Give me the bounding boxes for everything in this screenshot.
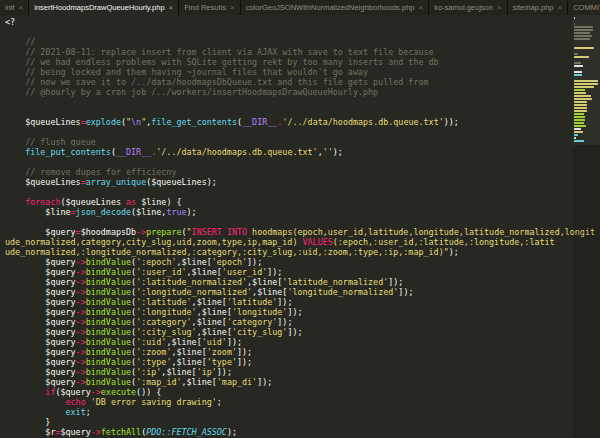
code-line: // [5,37,572,47]
code-line: ude_normalized,:longitude_normalized,:ca… [5,247,572,257]
tab-colorgeojsonwithnormalizedneighborhoods-php[interactable]: colorGeoJSONWithNormalizedNeighborhoods.… [241,0,430,15]
tab-label: Find Results [184,3,226,12]
code-line: // 2021-08-11: replace insert from clien… [5,47,572,57]
code-line: $queueLines=array_unique($queueLines); [5,177,572,187]
code-line: $query->bindValue(':zoom',$line['zoom'])… [5,347,572,357]
tab-label: insertHoodmapsDrawQueueHourly.php [34,3,164,12]
tab-find-results[interactable]: Find Results× [179,0,240,15]
code-line: $query->bindValue(':user_id',$line['user… [5,267,572,277]
code-line: if($query->execute()) { [5,387,572,397]
minimap-lines [574,17,599,142]
code-line: $query->bindValue(':uid',$line['uid']); [5,337,572,347]
code-line [5,27,572,37]
code-line: // being locked and them having ~journal… [5,67,572,77]
code-area[interactable]: <? // // 2021-08-11: replace insert from… [0,15,600,438]
tab-close-icon[interactable]: × [418,4,423,12]
code-line [5,217,572,227]
tab-close-icon[interactable]: × [169,4,174,12]
code-line [5,97,572,107]
tab-label: COMMIT_EDITMSG [573,3,600,12]
code-line: foreach($queueLines as $line) { [5,197,572,207]
code-line: // remove dupes for efficiecny [5,167,572,177]
tab-label: colorGeoJSONWithNormalizedNeighborhoods.… [246,3,415,12]
code-line: exit; [5,407,572,417]
code-line: $query->bindValue(':longitude',$line['lo… [5,307,572,317]
code-line: $query->bindValue(':epoch',$line['epoch'… [5,257,572,267]
code-line: $query->bindValue(':type',$line['type'])… [5,357,572,367]
code-line: $r=$query->fetchAll(PDO::FETCH_ASSOC); [5,427,572,437]
code-line: $query->bindValue(':ip',$line['ip']); [5,367,572,377]
editor-window: init×insertHoodmapsDrawQueueHourly.php×F… [0,0,600,438]
code-line: echo 'DB error saving drawing'; [5,397,572,407]
code-line: $query->bindValue(':longitude_normalized… [5,287,572,297]
tab-commit-editmsg[interactable]: COMMIT_EDITMSG× [568,0,600,15]
tab-sitemap-php[interactable]: sitemap.php× [508,0,569,15]
tab-label: ko-samul.geojson [434,3,493,12]
minimap[interactable] [573,15,600,438]
code-line [5,107,572,117]
code-line: file_put_contents(__DIR__.'/../data/hood… [5,147,572,157]
code-line: } [5,417,572,427]
code-line: // @hourly by a cron job /../workers/ins… [5,87,572,97]
code-line: // now we save it to /../data/hoodmapsDb… [5,77,572,87]
tab-label: init [5,3,15,12]
code-line: $queueLines=explode("\n",file_get_conten… [5,117,572,127]
code-line: $query->bindValue(':map_id',$line['map_d… [5,377,572,387]
tab-close-icon[interactable]: × [497,4,502,12]
code-line: // we had endless problems with SQLite g… [5,57,572,67]
tab-inserthoodmapsdrawqueuehourly-php[interactable]: insertHoodmapsDrawQueueHourly.php× [29,0,179,15]
tab-close-icon[interactable]: × [19,4,24,12]
code-line [5,157,572,167]
tab-close-icon[interactable]: × [557,4,562,12]
tab-bar: init×insertHoodmapsDrawQueueHourly.php×F… [0,0,600,15]
tab-ko-samul-geojson[interactable]: ko-samul.geojson× [429,0,507,15]
tab-label: sitemap.php [513,3,554,12]
code-line: ude_normalized,category,city_slug,uid,zo… [5,237,572,247]
code-line: $line=json_decode($line,true); [5,207,572,217]
code-line: <? [5,17,572,27]
code-line: $query->bindValue(':city_slug',$line['ci… [5,327,572,337]
tab-init[interactable]: init× [0,0,29,15]
code-line: $query->bindValue(':latitude',$line['lat… [5,297,572,307]
code-line: // flush queue [5,137,572,147]
code-line [5,187,572,197]
code-line [5,127,572,137]
code-line: $query=$hoodmapsDb->prepare("INSERT INTO… [5,227,572,237]
code-line: $query->bindValue(':latitude_normalized'… [5,277,572,287]
tab-close-icon[interactable]: × [230,4,235,12]
code-line: $query->bindValue(':category',$line['cat… [5,317,572,327]
